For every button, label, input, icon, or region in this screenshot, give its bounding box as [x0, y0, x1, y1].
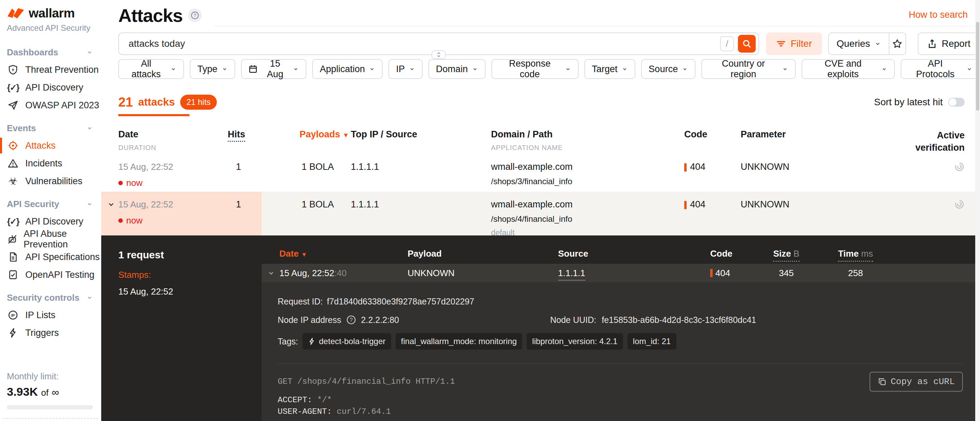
- column-payloads-sorted[interactable]: Payloads ▼: [272, 129, 351, 140]
- sidebar-item-ip-lists[interactable]: IP IP Lists: [0, 306, 101, 324]
- chip-all-attacks[interactable]: All attacks: [118, 59, 184, 79]
- chevron-down-icon: [682, 66, 688, 72]
- request-payload: UNKNOWN: [389, 268, 539, 278]
- help-question-icon[interactable]: ?: [188, 8, 202, 22]
- sidebar-item-vulnerabilities[interactable]: ☣ Vulnerabilities: [0, 172, 101, 190]
- monthly-limit-label: Monthly limit:: [7, 371, 93, 382]
- copy-as-curl-button[interactable]: Copy as cURL: [870, 372, 963, 392]
- chevron-down-icon: [782, 66, 788, 72]
- attack-date-cell: 15 Aug, 22:52 now: [118, 199, 221, 240]
- verification-spinner-icon[interactable]: [955, 199, 965, 240]
- sidebar-item-api-specifications[interactable]: API Specifications: [0, 248, 101, 266]
- column-top-ip: Top IP / Source: [351, 129, 491, 140]
- how-to-search-link[interactable]: How to search: [908, 10, 968, 20]
- sidebar-item-openapi-testing[interactable]: OpenAPI Testing: [0, 266, 101, 284]
- search-button[interactable]: [738, 35, 756, 52]
- share-icon: [928, 39, 937, 49]
- slash-shortcut-hint: /: [720, 36, 734, 51]
- node-ip-label: Node IP address: [278, 315, 341, 325]
- chip-application[interactable]: Application: [312, 59, 383, 79]
- sidebar-item-api-discovery[interactable]: {✓} API Discovery: [0, 79, 101, 96]
- sidebar-item-incidents[interactable]: Incidents: [0, 154, 101, 172]
- scrollbar-track[interactable]: [975, 0, 980, 421]
- stamps-label: Stamps:: [118, 270, 262, 280]
- chip-ip[interactable]: IP: [388, 59, 423, 79]
- search-input[interactable]: [129, 38, 720, 49]
- chevron-down-icon[interactable]: [267, 269, 279, 277]
- attack-detail-panel: 1 request Stamps: 15 Aug, 22:52 Date ▼ P…: [101, 235, 980, 421]
- chip-domain[interactable]: Domain: [428, 59, 485, 79]
- scrollbar-thumb[interactable]: [976, 22, 979, 111]
- search-expand-handle[interactable]: [431, 50, 446, 59]
- chip-response-code[interactable]: Response code: [492, 59, 579, 79]
- info-question-icon[interactable]: ?: [346, 315, 356, 325]
- header-divider: [214, 26, 975, 26]
- chip-type[interactable]: Type: [190, 59, 235, 79]
- sort-desc-icon: ▼: [343, 132, 349, 139]
- request-id-line: Request ID: f7d1840d63380e3f9278ae757d20…: [278, 297, 963, 307]
- braces-check-icon: {✓}: [7, 83, 19, 93]
- chip-target[interactable]: Target: [584, 59, 635, 79]
- sidebar-section-events[interactable]: Events: [0, 119, 101, 137]
- request-details: Request ID: f7d1840d63380e3f9278ae757d20…: [262, 282, 980, 421]
- request-date: 15 Aug, 22:52:40: [279, 268, 389, 278]
- request-source-link[interactable]: 1.1.1.1: [539, 268, 684, 278]
- report-button[interactable]: Report: [918, 32, 980, 55]
- favorite-star-button[interactable]: [889, 33, 905, 54]
- lightning-icon: [7, 328, 19, 338]
- http-header: USER-AGENT: curl/7.64.1: [278, 406, 963, 418]
- monthly-limit-progress-bar: [7, 405, 93, 409]
- chip-cve[interactable]: CVE and exploits: [802, 59, 895, 79]
- queries-button[interactable]: Queries: [829, 33, 889, 54]
- requests-column-time[interactable]: Time ms: [818, 248, 893, 259]
- active-verification-cell: [888, 199, 965, 240]
- braces-check-icon: {✓}: [7, 217, 19, 227]
- chip-api-protocols[interactable]: API Protocols: [900, 59, 980, 79]
- sidebar-section-dashboards[interactable]: Dashboards: [0, 44, 101, 61]
- brand-name: wallarm: [29, 6, 75, 21]
- request-row[interactable]: 15 Aug, 22:52:40 UNKNOWN 1.1.1.1 404 345…: [262, 264, 980, 282]
- chip-date[interactable]: 15 Aug: [241, 59, 306, 79]
- column-application-name: APPLICATION NAME: [491, 144, 684, 152]
- requests-column-code: Code: [684, 248, 755, 259]
- brand-subtitle: Advanced API Security: [0, 23, 101, 33]
- column-domain-path: Domain / Path APPLICATION NAME: [491, 129, 684, 152]
- shield-bolt-icon: [7, 65, 19, 75]
- requests-column-date-sorted[interactable]: Date ▼: [279, 248, 389, 259]
- star-icon: [892, 39, 902, 49]
- sidebar-item-triggers[interactable]: Triggers: [0, 324, 101, 342]
- search-box: /: [118, 32, 759, 55]
- attack-row[interactable]: 15 Aug, 22:52 now 1 1 BOLA 1.1.1.1 wmall…: [101, 154, 980, 192]
- stamp-value: 15 Aug, 22:52: [118, 286, 262, 297]
- sidebar-item-api-discovery-2[interactable]: {✓} API Discovery: [0, 213, 101, 230]
- node-line: Node IP address ? 2.2.2.2:80 Node UUID: …: [278, 314, 963, 326]
- chip-source[interactable]: Source: [641, 59, 696, 79]
- chevron-down-icon[interactable]: [107, 200, 116, 209]
- requests-column-source: Source: [539, 248, 684, 259]
- filter-icon: [776, 39, 786, 49]
- monthly-limit: Monthly limit: 3.93K of ∞: [7, 371, 93, 409]
- sidebar: wallarm Advanced API Security Dashboards…: [0, 0, 101, 421]
- attack-row-expanded[interactable]: 15 Aug, 22:52 now 1 1 BOLA 1.1.1.1 wmall…: [101, 192, 980, 240]
- attack-top-ip[interactable]: 1.1.1.1: [351, 199, 491, 240]
- sidebar-section-api-security[interactable]: API Security: [0, 195, 101, 213]
- chip-country[interactable]: Country or region: [701, 59, 795, 79]
- hits-badge: 21 hits: [180, 95, 217, 110]
- sidebar-item-api-abuse-prevention[interactable]: API Abuse Prevention: [0, 230, 101, 248]
- attack-code: 404: [684, 199, 741, 240]
- chevron-down-icon: [409, 66, 415, 72]
- sidebar-section-security-controls[interactable]: Security controls: [0, 289, 101, 306]
- chevron-down-icon: [966, 66, 972, 72]
- sidebar-item-owasp-api-2023[interactable]: OWASP API 2023: [0, 96, 101, 114]
- attacks-count: 21 attacks 21 hits: [118, 95, 217, 110]
- ip-circle-icon: IP: [7, 310, 19, 320]
- attack-hits: 1: [221, 199, 272, 240]
- filter-button[interactable]: Filter: [766, 32, 822, 55]
- sidebar-item-threat-prevention[interactable]: Threat Prevention: [0, 61, 101, 79]
- requests-column-size[interactable]: Size B: [755, 248, 818, 259]
- column-hits[interactable]: Hits: [221, 129, 272, 140]
- sort-toggle[interactable]: [948, 98, 965, 106]
- chevron-down-icon: [293, 66, 299, 72]
- sidebar-item-attacks[interactable]: Attacks: [0, 137, 101, 154]
- column-active-verification: Active verification: [888, 129, 965, 154]
